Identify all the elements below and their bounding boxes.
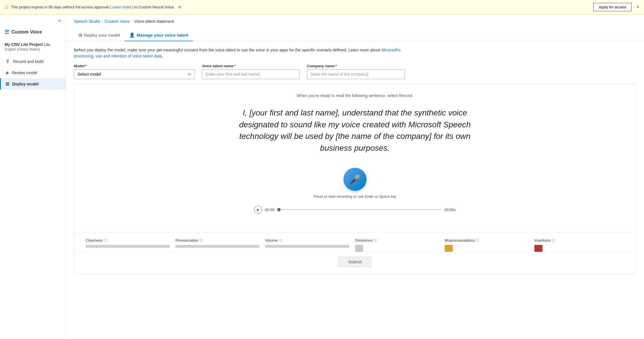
breadcrumb-custom-voice[interactable]: Custom Voice — [105, 19, 129, 24]
deploy-tab-icon: ⊞ — [78, 32, 82, 38]
project-language: English (United States) — [5, 47, 61, 51]
voice-talent-label: Voice talent name* — [202, 64, 300, 68]
form-row: Model* Select model Voice talent name* C… — [66, 64, 644, 84]
play-icon: ▶ — [257, 208, 259, 212]
main-content: Speech Studio › Custom Voice › Voice tal… — [66, 14, 644, 339]
sidebar-item-deploy[interactable]: ⊞ Deploy model — [0, 78, 65, 90]
company-field: Company name* — [307, 64, 405, 79]
recording-text: I, [your first and last name], understan… — [225, 107, 485, 154]
sidebar: « ☰ Custom Voice My CNV Lite Project Lit… — [0, 14, 66, 339]
project-info: My CNV Lite Project Lite English (United… — [0, 40, 65, 53]
submit-area: Submit — [74, 252, 636, 274]
duration: 00:00s — [444, 208, 456, 212]
breadcrumb-sep-2: › — [131, 19, 132, 23]
record-icon: 🎙 — [5, 59, 10, 64]
play-button[interactable]: ▶ — [254, 206, 262, 214]
mispronunciations-box — [445, 245, 453, 252]
pronunciation-info: ⓘ — [200, 238, 203, 243]
sidebar-item-review[interactable]: ◈ Review model — [0, 67, 65, 78]
notification-banner: ⚠ This project expires in 90 days withou… — [0, 0, 644, 14]
metric-pronunciation: Pronunciation ⓘ — [175, 238, 265, 252]
insertions-info: ⓘ — [552, 238, 555, 243]
email-icon: ✉ — [178, 5, 181, 9]
progress-knob[interactable] — [277, 208, 281, 211]
clearness-info: ⓘ — [104, 238, 107, 243]
company-label: Company name* — [307, 64, 405, 68]
metric-insertions: Insertions ⓘ — [534, 238, 624, 252]
metric-omissions: Omissions ⓘ — [355, 238, 445, 252]
current-time: 00:00 — [265, 208, 275, 212]
omissions-info: ⓘ — [373, 238, 377, 243]
insertions-box — [534, 245, 542, 252]
sidebar-item-record[interactable]: 🎙 Record and build — [0, 56, 65, 67]
tab-manage-talent[interactable]: 👤 Manage your voice talent — [125, 29, 193, 41]
banner-text: This project expires in 90 days without … — [11, 5, 591, 9]
project-name: My CNV Lite Project Lite — [5, 42, 61, 47]
recording-card: When you're ready to read the following … — [74, 84, 636, 274]
app-icon: ☰ — [5, 29, 9, 35]
metric-mispronunciations: Mispronunciations ⓘ — [445, 238, 534, 252]
review-icon: ◈ — [5, 70, 9, 75]
breadcrumb-sep-1: › — [102, 19, 103, 23]
metric-volume: Volume ⓘ — [265, 238, 355, 252]
deploy-icon: ⊞ — [5, 81, 9, 87]
breadcrumb-speech-studio[interactable]: Speech Studio — [74, 19, 100, 24]
mispronunciations-info: ⓘ — [476, 238, 479, 243]
submit-button[interactable]: Submit — [339, 257, 371, 267]
recording-instruction: When you're ready to read the following … — [296, 93, 413, 98]
voice-talent-field: Voice talent name* — [202, 64, 300, 79]
app-name: ☰ Custom Voice — [0, 27, 65, 40]
progress-bar[interactable] — [277, 209, 442, 210]
audio-controls: ▶ 00:00 00:00s — [254, 206, 456, 214]
volume-bar — [265, 245, 349, 248]
description: Before you deploy the model, make sure y… — [66, 41, 412, 64]
apply-for-access-button[interactable]: Apply for access — [593, 3, 632, 11]
warning-icon: ⚠ — [5, 4, 9, 10]
pronunciation-bar — [175, 245, 259, 248]
learn-more-link[interactable]: Learn more — [112, 5, 131, 9]
metric-clearness: Clearness ⓘ — [86, 238, 175, 252]
breadcrumb: Speech Studio › Custom Voice › Voice tal… — [66, 14, 644, 24]
company-input[interactable] — [307, 69, 405, 79]
talent-tab-icon: 👤 — [129, 32, 135, 38]
clearness-bar — [86, 245, 170, 248]
metrics-row: Clearness ⓘ Pronunciation ⓘ Volu — [74, 232, 636, 252]
banner-close-button[interactable]: × — [636, 4, 639, 10]
sidebar-nav: 🎙 Record and build ◈ Review model ⊞ Depl… — [0, 56, 65, 90]
project-badge: Lite — [44, 43, 50, 47]
model-select[interactable]: Select model — [74, 69, 195, 79]
tab-deploy-model[interactable]: ⊞ Deploy your model — [74, 29, 125, 41]
sidebar-collapse-button[interactable]: « — [58, 18, 61, 23]
mic-button[interactable]: 🎤 — [343, 168, 367, 191]
model-label: Model* — [74, 64, 195, 68]
volume-info: ⓘ — [279, 238, 282, 243]
voice-talent-input[interactable] — [202, 69, 300, 79]
breadcrumb-current: Voice talent statement — [134, 19, 174, 24]
mic-icon: 🎤 — [349, 174, 361, 185]
mic-hint: Press to start recording or use Enter or… — [313, 194, 396, 199]
tabs: ⊞ Deploy your model 👤 Manage your voice … — [66, 24, 644, 41]
model-field: Model* Select model — [74, 64, 195, 79]
omissions-box — [355, 245, 363, 252]
